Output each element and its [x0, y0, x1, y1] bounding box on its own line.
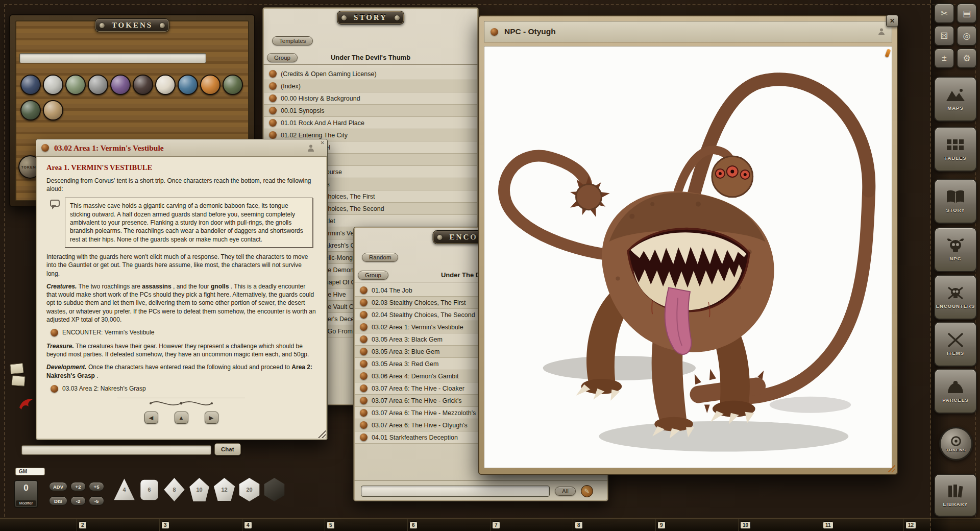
story-list-item[interactable]: 00.01 Synopsis — [264, 105, 477, 117]
d20-die[interactable]: 20 — [238, 478, 260, 501]
link-ball-icon[interactable] — [269, 70, 277, 78]
shared-person-icon[interactable] — [307, 144, 315, 152]
sidebar-tab-encounters[interactable]: ENCOUNTERS — [934, 275, 977, 320]
encounter-link-row[interactable]: ENCOUNTER: Vermin's Vestibule — [51, 328, 316, 336]
npc-link-ball-icon[interactable] — [491, 28, 498, 36]
templates-button[interactable]: Templates — [272, 36, 313, 45]
prev-page-button[interactable]: ◀ — [144, 412, 158, 424]
token-portrait[interactable] — [200, 75, 220, 95]
token-portrait[interactable] — [88, 75, 108, 95]
note-paper-icon[interactable] — [11, 375, 25, 387]
sidebar-tab-tokens[interactable]: TOKENS — [939, 427, 973, 461]
advantage-button[interactable]: ADV — [49, 482, 67, 491]
mini-button[interactable]: ± — [934, 48, 954, 68]
link-ball-icon[interactable] — [269, 119, 277, 127]
link-ball-icon[interactable] — [360, 323, 368, 331]
story-entry-window[interactable]: 03.02 Area 1: Vermin's Vestibule ✕ Area … — [36, 139, 328, 440]
close-button[interactable]: ✕ — [886, 15, 898, 27]
token-portrait[interactable] — [110, 75, 131, 95]
link-ball-icon[interactable] — [360, 348, 368, 355]
link-ball-icon[interactable] — [360, 286, 368, 294]
up-page-button[interactable]: ▲ — [175, 412, 188, 424]
minus2-button[interactable]: -2 — [70, 496, 86, 505]
mini-button[interactable]: ✂ — [934, 3, 954, 23]
next-story-link-row[interactable]: 03.03 Area 2: Nakresh's Grasp — [51, 384, 316, 393]
encounter-search-input[interactable] — [361, 486, 550, 497]
token-portrait[interactable] — [43, 75, 63, 95]
token-portrait[interactable] — [155, 75, 176, 95]
edit-pencil-icon[interactable]: ✎ — [581, 485, 593, 497]
d6-die[interactable]: 6 — [138, 478, 160, 501]
token-portrait[interactable] — [223, 75, 243, 95]
mini-button[interactable]: ▤ — [957, 3, 977, 23]
close-icon[interactable]: ✕ — [321, 140, 325, 146]
story-list-item[interactable]: 01.01 Rock And A Hard Place — [264, 117, 477, 129]
story-list-item[interactable]: (Index) — [264, 80, 477, 92]
link-ball-icon[interactable] — [360, 335, 368, 343]
next-page-button[interactable]: ▶ — [205, 412, 218, 424]
sidebar-tab-parcels[interactable]: PARCELS — [934, 369, 977, 414]
story-list-item[interactable]: (Credits & Open Gaming License) — [264, 68, 477, 80]
link-ball-icon[interactable] — [360, 397, 368, 404]
chat-entry-input[interactable] — [21, 445, 211, 455]
mini-button[interactable]: ◎ — [957, 26, 977, 46]
link-ball-icon[interactable] — [360, 299, 368, 306]
hotkey-slot[interactable]: 11 — [821, 519, 903, 531]
link-ball-icon[interactable] — [269, 82, 277, 90]
sidebar-tab-library[interactable]: LIBRARY — [934, 474, 977, 517]
encounter-group-button[interactable]: Group — [358, 271, 388, 280]
plus5-button[interactable]: +5 — [89, 482, 104, 491]
hotkey-slot[interactable]: 8 — [573, 519, 655, 531]
story-entry-header[interactable]: 03.02 Area 1: Vermin's Vestibule ✕ — [36, 139, 327, 157]
random-button[interactable]: Random — [362, 253, 398, 262]
filter-all-button[interactable]: All — [555, 487, 576, 496]
token-portrait[interactable] — [178, 75, 198, 95]
link-ball-icon[interactable] — [269, 131, 277, 139]
sidebar-tab-npc[interactable]: NPC — [934, 227, 977, 272]
link-ball-icon[interactable] — [360, 372, 368, 380]
d4-die[interactable]: 4 — [113, 478, 135, 501]
token-portrait[interactable] — [43, 100, 63, 120]
gm-identity-label[interactable]: GM — [15, 468, 45, 475]
link-ball-icon[interactable] — [360, 433, 368, 441]
note-paper-icon[interactable] — [10, 363, 24, 375]
link-ball-icon[interactable] — [360, 360, 368, 368]
token-portrait[interactable] — [65, 75, 86, 95]
red-dragon-pointer-icon[interactable] — [18, 397, 34, 411]
shared-person-icon[interactable] — [877, 28, 886, 36]
npc-titlebar[interactable]: NPC - Otyugh — [484, 21, 892, 42]
mini-button[interactable]: ⚄ — [934, 26, 954, 46]
d8-die[interactable]: 8 — [163, 478, 185, 501]
d10-die[interactable]: 10 — [188, 478, 210, 501]
link-ball-icon[interactable] — [360, 311, 368, 319]
story-link-ball-icon[interactable] — [41, 144, 49, 152]
gnolls-link[interactable]: gnolls — [211, 283, 229, 290]
disadvantage-button[interactable]: DIS — [49, 496, 67, 505]
story-group-button[interactable]: Group — [267, 53, 298, 62]
dark-die[interactable] — [263, 478, 285, 501]
npc-window[interactable]: NPC - Otyugh — [478, 15, 898, 475]
chat-tab[interactable]: Chat — [214, 443, 241, 455]
link-ball-icon[interactable] — [360, 421, 368, 429]
plus2-button[interactable]: +2 — [70, 482, 86, 491]
modifier-box[interactable]: 0 Modifier — [14, 480, 38, 508]
d12-die[interactable]: 12 — [213, 478, 235, 501]
hotkey-slot[interactable]: 5 — [325, 519, 407, 531]
minus5-button[interactable]: -5 — [89, 496, 104, 505]
hotkey-slot[interactable]: 6 — [407, 519, 490, 531]
hotkey-slot[interactable]: 7 — [490, 519, 573, 531]
token-portrait[interactable] — [20, 100, 41, 120]
assassins-link[interactable]: assassins — [142, 283, 171, 290]
hotkey-slot[interactable]: 10 — [738, 519, 821, 531]
token-portrait[interactable] — [20, 75, 41, 95]
sidebar-tab-items[interactable]: ITEMS — [934, 322, 977, 367]
sidebar-tab-maps[interactable]: MAPS — [934, 77, 977, 122]
token-portrait[interactable] — [133, 75, 153, 95]
hotkey-slot[interactable]: 2 — [77, 519, 159, 531]
link-ball-icon[interactable] — [360, 409, 368, 417]
link-ball-icon[interactable] — [51, 329, 58, 336]
token-filter-input[interactable] — [19, 53, 206, 63]
mini-button[interactable]: ⚙ — [957, 48, 977, 68]
link-ball-icon[interactable] — [269, 94, 277, 102]
link-ball-icon[interactable] — [269, 107, 277, 114]
